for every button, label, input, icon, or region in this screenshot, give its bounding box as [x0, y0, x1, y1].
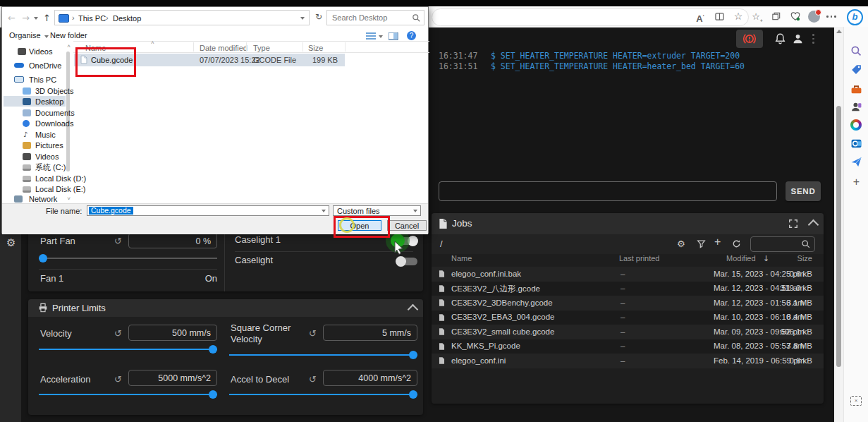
send-button[interactable]: SEND	[786, 181, 821, 201]
pane-scroll-up-icon[interactable]: ˄	[67, 43, 71, 49]
caselight-toggle[interactable]	[396, 258, 417, 265]
back-arrow-icon[interactable]: ←	[8, 13, 16, 23]
search-box[interactable]	[326, 10, 424, 25]
column-header-date[interactable]: Date modified	[200, 44, 247, 52]
scrollbar-thumb[interactable]	[836, 106, 841, 367]
forward-arrow-icon[interactable]: →	[22, 13, 30, 23]
jobs-panel-header[interactable]: Jobs	[432, 213, 824, 234]
this-pc-icon	[59, 14, 69, 23]
file-type-select[interactable]: Custom files	[333, 205, 421, 216]
square-corner-velocity-slider[interactable]	[229, 351, 417, 359]
notifications-bell-icon[interactable]	[774, 32, 787, 46]
jobs-settings-gear-icon[interactable]: ⚙	[677, 239, 685, 249]
sidebar-tools-icon[interactable]	[850, 83, 862, 95]
sidebar-search-icon[interactable]	[850, 45, 862, 57]
accel-to-decel-input[interactable]: 4000 mm/s^2	[323, 370, 417, 386]
printer-limits-header[interactable]: Printer Limits	[28, 299, 423, 317]
acceleration-input[interactable]: 5000 mm/s^2	[128, 370, 217, 386]
square-corner-velocity-reset-icon[interactable]: ↺	[309, 328, 317, 339]
account-person-icon[interactable]	[791, 32, 805, 46]
column-header-size[interactable]: Size	[308, 44, 323, 52]
column-header-type[interactable]: Type	[253, 44, 270, 52]
split-screen-icon[interactable]	[711, 6, 727, 27]
breadcrumb-this-pc[interactable]: This PC	[78, 14, 106, 23]
fullscreen-icon[interactable]	[788, 219, 798, 229]
collapse-chevron-icon[interactable]	[408, 304, 419, 315]
file-icon	[439, 284, 445, 293]
file-name-combobox[interactable]: Cube.gcode	[87, 205, 329, 216]
accel-to-decel-reset-icon[interactable]: ↺	[309, 374, 317, 385]
part-fan-input[interactable]: 0 %	[128, 233, 217, 248]
col-modified[interactable]: Modified	[726, 254, 756, 263]
history-dropdown-caret-icon[interactable]	[34, 17, 38, 20]
jobs-search-box[interactable]	[750, 236, 815, 252]
cancel-button[interactable]: Cancel	[387, 220, 427, 231]
velocity-slider[interactable]	[39, 345, 217, 354]
acceleration-slider[interactable]	[39, 390, 217, 399]
combobox-caret-icon[interactable]	[322, 210, 326, 212]
address-dropdown-caret-icon[interactable]	[300, 17, 305, 20]
col-last-printed[interactable]: Last printed	[619, 254, 659, 263]
part-fan-reset-icon[interactable]: ↺	[114, 236, 122, 246]
velocity-reset-icon[interactable]: ↺	[114, 328, 122, 339]
acceleration-reset-icon[interactable]: ↺	[114, 374, 122, 385]
jobs-row[interactable]: CE3E3V2_small cube.gcode – Mar. 09, 2023…	[432, 325, 824, 339]
up-arrow-icon[interactable]: ↑	[43, 13, 51, 23]
bing-chat-icon[interactable]: b	[847, 9, 863, 25]
favorites-bar-icon[interactable]: ☆+	[750, 6, 765, 27]
videos-icon	[18, 48, 26, 55]
square-corner-velocity-input[interactable]: 5 mm/s	[323, 325, 417, 341]
collapse-chevron-icon[interactable]	[808, 219, 819, 231]
col-name[interactable]: Name	[451, 254, 472, 263]
part-fan-slider[interactable]	[39, 254, 217, 263]
organise-menu[interactable]: Organise	[9, 31, 49, 40]
col-size[interactable]: Size	[797, 254, 812, 263]
sidebar-microsoft-365-icon[interactable]	[850, 119, 862, 131]
address-breadcrumb-box[interactable]: › This PC › Desktop	[54, 10, 310, 25]
job-last-printed: –	[621, 327, 625, 336]
filter-funnel-icon[interactable]	[697, 239, 706, 248]
jobs-row[interactable]: CE3E3V2_EBA3_004.gcode – Mar. 10, 2023 -…	[432, 311, 824, 325]
profile-avatar[interactable]	[808, 11, 820, 23]
sidebar-drop-icon[interactable]	[850, 156, 862, 168]
refresh-icon[interactable]	[732, 239, 741, 248]
accel-to-decel-slider[interactable]	[229, 390, 417, 399]
favorite-star-icon[interactable]: ☆	[731, 6, 746, 27]
help-icon[interactable]: ?	[407, 31, 416, 40]
job-last-printed: –	[621, 299, 625, 307]
page-scrollbar[interactable]	[834, 27, 843, 422]
jobs-current-path[interactable]: /	[440, 239, 443, 249]
jobs-row[interactable]: CE3E3V2_八边形.gcode – Mar. 12, 2023 - 04:5…	[432, 282, 824, 296]
add-file-plus-icon[interactable]: +	[714, 236, 721, 248]
file-icon	[439, 313, 445, 322]
breadcrumb-desktop[interactable]: Desktop	[113, 14, 141, 23]
sidebar-outlook-icon[interactable]	[850, 138, 862, 150]
sidebar-people-icon[interactable]	[850, 101, 862, 113]
annotation-red-box-file	[75, 47, 136, 77]
kebab-menu-icon[interactable]	[812, 29, 814, 49]
view-dropdown-caret-icon[interactable]	[379, 35, 383, 38]
collections-icon[interactable]	[769, 6, 784, 27]
select-caret-icon[interactable]	[413, 210, 417, 212]
console-input[interactable]	[439, 181, 777, 201]
dialog-footer: File name: Cube.gcode Custom files Open …	[2, 203, 428, 234]
refresh-icon[interactable]: ↻	[315, 12, 322, 22]
sidebar-shopping-icon[interactable]	[850, 64, 862, 76]
jobs-row[interactable]: elegoo_conf.ini – Feb. 14, 2019 - 06:59 …	[432, 354, 824, 368]
more-menu-icon[interactable]	[825, 6, 838, 27]
pane-scroll-down-icon[interactable]: ˅	[67, 195, 71, 202]
scroll-up-arrow-icon[interactable]	[836, 30, 842, 33]
new-folder-button[interactable]: New folder	[50, 31, 87, 40]
sidebar-screenshot-icon[interactable]: ×	[850, 396, 862, 406]
browser-essentials-icon[interactable]	[788, 6, 803, 27]
jobs-row[interactable]: elegoo_conf.ini.bak – Mar. 15, 2023 - 04…	[432, 267, 824, 282]
jobs-row[interactable]: CE3E3V2_3DBenchy.gcode – Mar. 12, 2023 -…	[432, 296, 824, 311]
screen: ⚙ 16:31:47 $ SET_HEATER_TEMPERATURE HEAT…	[0, 0, 868, 422]
velocity-input[interactable]: 500 mm/s	[128, 325, 217, 341]
settings-gear-icon[interactable]: ⚙	[6, 236, 16, 249]
sidebar-add-plus-icon[interactable]: +	[850, 176, 862, 188]
emergency-stop-button[interactable]	[736, 30, 763, 48]
read-aloud-icon[interactable]: Aʻ	[692, 6, 708, 27]
search-input[interactable]	[331, 13, 411, 23]
jobs-row[interactable]: KK_MKS_Pi.gcode – Mar. 08, 2023 - 05:53 …	[432, 339, 824, 354]
